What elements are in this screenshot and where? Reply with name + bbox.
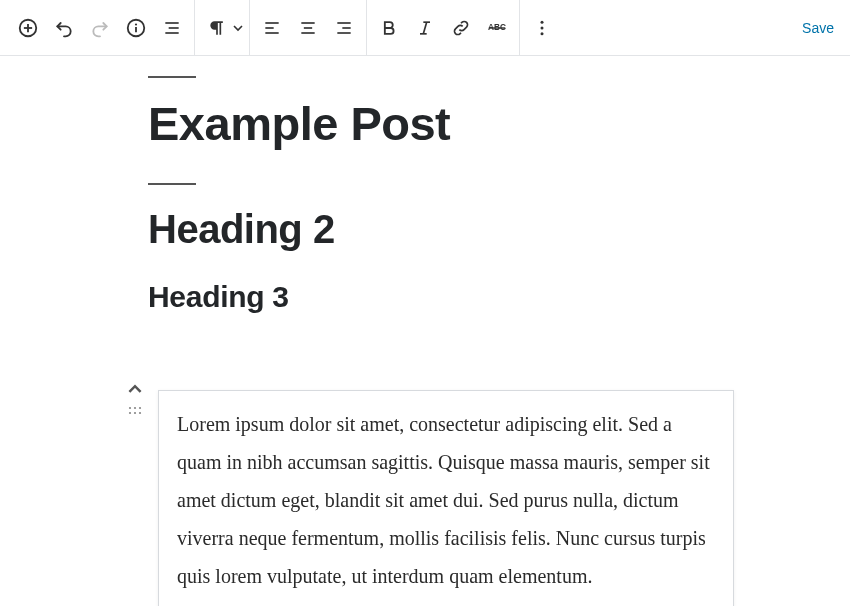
more-options-button[interactable] [524,10,560,46]
toolbar-group-document [6,0,195,56]
link-button[interactable] [443,10,479,46]
align-center-icon [298,18,318,38]
svg-point-23 [541,20,544,23]
plus-circle-icon [17,17,39,39]
block-type-dropdown[interactable] [231,23,245,33]
block-mover [128,382,142,416]
svg-point-24 [541,26,544,29]
align-right-icon [334,18,354,38]
bold-icon [379,18,399,38]
align-left-button[interactable] [254,10,290,46]
paragraph-icon [207,18,227,38]
align-center-button[interactable] [290,10,326,46]
toolbar-group-align [250,0,367,56]
save-button[interactable]: Save [792,20,844,36]
outline-button[interactable] [154,10,190,46]
title-rule [148,76,196,78]
bold-button[interactable] [371,10,407,46]
info-button[interactable] [118,10,154,46]
heading-2-block[interactable]: Heading 2 [148,207,748,252]
redo-button[interactable] [82,10,118,46]
heading-rule [148,183,196,185]
more-vertical-icon [532,18,552,38]
italic-icon [415,18,435,38]
svg-point-4 [135,23,137,25]
svg-point-29 [129,412,131,414]
undo-button[interactable] [46,10,82,46]
toolbar-group-more [520,0,564,56]
list-outline-icon [162,18,182,38]
toolbar-group-format: ABC [367,0,520,56]
editor-canvas: Example Post Heading 2 Heading 3 Lorem i… [0,56,850,314]
align-left-icon [262,18,282,38]
block-type-button[interactable] [199,10,235,46]
drag-handle-icon [128,406,142,416]
undo-icon [54,18,74,38]
add-block-button[interactable] [10,10,46,46]
redo-icon [90,18,110,38]
svg-point-27 [134,407,136,409]
move-up-button[interactable] [128,382,142,396]
post-title[interactable]: Example Post [148,96,748,151]
editor-toolbar: ABC Save [0,0,850,56]
svg-point-25 [541,32,544,35]
svg-line-20 [423,22,426,34]
toolbar-group-block-type [195,0,250,56]
italic-button[interactable] [407,10,443,46]
svg-point-28 [139,407,141,409]
link-icon [451,18,471,38]
chevron-up-icon [128,382,142,396]
drag-handle[interactable] [128,406,142,416]
chevron-down-icon [233,23,243,33]
info-icon [125,17,147,39]
svg-point-30 [134,412,136,414]
heading-3-block[interactable]: Heading 3 [148,280,748,314]
svg-point-26 [129,407,131,409]
svg-point-31 [139,412,141,414]
paragraph-block[interactable]: Lorem ipsum dolor sit amet, consectetur … [158,390,734,606]
strikethrough-icon: ABC [486,17,508,39]
strikethrough-button[interactable]: ABC [479,10,515,46]
align-right-button[interactable] [326,10,362,46]
